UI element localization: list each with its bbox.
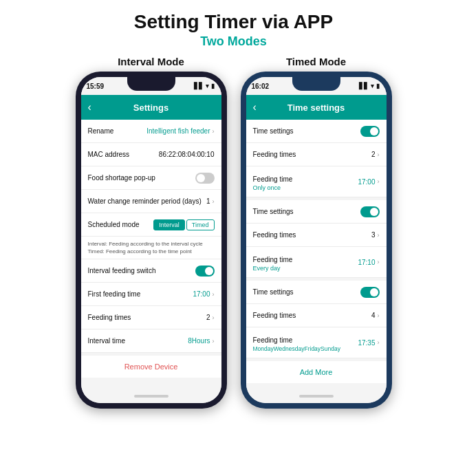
row-feeding-times-3[interactable]: Feeding times 4 › [246,304,387,327]
row-add-more[interactable]: Add More [246,361,387,383]
app-header-interval: ‹ Settings [81,95,221,120]
notch-timed [292,77,340,91]
status-time-timed: 16:02 [252,83,270,90]
battery-icon-timed: ▮ [376,83,380,89]
sub-label-2: Every day [253,265,293,272]
value-feeding-times-interval: 2 › [206,314,215,321]
status-icons-timed: ▋▋ ▾ ▮ [359,83,380,89]
sub-label-3: MondayWednesdayFridaySunday [253,345,340,352]
home-bar-line-interval [134,395,169,398]
timed-mode-label: Timed Mode [286,56,346,67]
time-section-1: Time settings Feeding times 2 › [246,120,387,200]
label-scheduled-mode: Scheduled mode [88,221,140,228]
interval-mode-label: Interval Mode [118,56,184,67]
label-time-settings-1: Time settings [253,127,294,135]
row-feeding-time-3[interactable]: Feeding time MondayWednesdayFridaySunday… [246,327,387,358]
toggle-interval-feeding[interactable] [195,266,215,277]
value-mac: 86:22:08:04:00:10 [159,151,215,158]
row-remove-device[interactable]: Remove Device [81,356,221,378]
row-feeding-times-2[interactable]: Feeding times 3 › [246,224,387,247]
subtitle: Two Modes [200,34,267,49]
app-header-timed: ‹ Time settings [246,95,387,120]
note-text: Interval: Feeding according to the inter… [88,240,215,255]
label-food-shortage: Food shortage pop-up [88,174,155,182]
toggle-time-settings-2[interactable] [360,206,380,217]
timed-phone: 16:02 ▋▋ ▾ ▮ ‹ Time settings [241,72,392,409]
mode-buttons: Interval Timed [153,219,214,230]
label-add-more: Add More [300,368,333,376]
screen-content-timed: Time settings Feeding times 2 › [246,120,387,389]
row-interval-feeding-switch[interactable]: Interval feeding switch [81,259,221,283]
time-section-3: Time settings Feeding times 4 › [246,281,387,361]
home-bar-timed [246,389,387,403]
label-interval-time: Interval time [88,337,125,345]
label-feeding-time-1: Feeding time [253,175,293,183]
toggle-time-settings-1[interactable] [360,126,380,137]
row-first-feeding-time[interactable]: First feeding time 17:00 › [81,283,221,306]
back-arrow-interval[interactable]: ‹ [88,101,91,113]
row-mac: MAC address 86:22:08:04:00:10 [81,143,221,166]
sub-label-1: Only once [253,184,293,191]
value-feeding-time-1: 17:00 › [358,178,379,186]
row-feeding-times-1[interactable]: Feeding times 2 › [246,143,387,166]
value-feeding-time-2: 17:10 › [358,259,379,266]
header-title-timed: Time settings [287,102,345,113]
row-interval-time[interactable]: Interval time 8Hours › [81,329,221,353]
value-feeding-times-1: 2 › [371,151,380,158]
label-interval-feeding-switch: Interval feeding switch [88,267,156,274]
value-feeding-time-3: 17:35 › [358,339,379,347]
row-feeding-time-2[interactable]: Feeding time Every day 17:10 › [246,247,387,278]
screen-content-interval: Rename Intelligent fish feeder › MAC add… [81,120,221,389]
label-feeding-time-3: Feeding time [253,336,293,344]
mode-btn-timed[interactable]: Timed [186,219,215,230]
wifi-icon: ▾ [206,83,209,89]
signal-icon-timed: ▋▋ [359,83,369,89]
row-feeding-times-interval[interactable]: Feeding times 2 › [81,306,221,329]
back-arrow-timed[interactable]: ‹ [253,101,257,113]
row-scheduled-mode[interactable]: Scheduled mode Interval Timed [81,213,221,237]
toggle-food-shortage[interactable] [195,173,215,184]
row-food-shortage[interactable]: Food shortage pop-up [81,166,221,190]
interval-phone: 15:59 ▋▋ ▾ ▮ ‹ Settings Rename [76,72,227,409]
signal-icon: ▋▋ [194,83,204,89]
value-interval-time: 8Hours › [188,337,214,345]
row-note: Interval: Feeding according to the inter… [81,237,221,259]
label-feeding-times-interval: Feeding times [88,314,131,321]
label-water-change: Water change reminder period (days) [88,197,202,205]
home-bar-line-timed [299,395,334,398]
label-feeding-time-2: Feeding time [253,256,293,263]
label-remove-device: Remove Device [124,363,178,371]
label-feeding-times-3: Feeding times [253,312,296,319]
row-time-settings-2[interactable]: Time settings [246,200,387,224]
header-title-interval: Settings [133,102,169,113]
row-time-settings-3[interactable]: Time settings [246,281,387,304]
label-feeding-times-2: Feeding times [253,231,296,239]
value-feeding-times-2: 3 › [371,231,380,239]
wifi-icon-timed: ▾ [371,83,374,89]
home-bar-interval [81,389,221,403]
status-icons-interval: ▋▋ ▾ ▮ [194,83,215,89]
label-first-feeding-time: First feeding time [88,290,141,298]
label-rename: Rename [88,127,114,135]
status-time-interval: 15:59 [87,83,105,90]
label-time-settings-2: Time settings [253,208,294,215]
toggle-time-settings-3[interactable] [360,287,380,298]
value-first-feeding-time: 17:00 › [193,290,214,298]
mode-btn-interval[interactable]: Interval [153,219,185,230]
label-time-settings-3: Time settings [253,288,294,296]
row-feeding-time-1[interactable]: Feeding time Only once 17:00 › [246,166,387,197]
notch-interval [127,77,175,91]
label-mac: MAC address [88,151,130,158]
value-water-change: 1 › [206,197,215,205]
time-section-2: Time settings Feeding times 3 › [246,200,387,281]
row-water-change[interactable]: Water change reminder period (days) 1 › [81,190,221,213]
value-feeding-times-3: 4 › [371,312,380,319]
row-time-settings-1[interactable]: Time settings [246,120,387,143]
label-feeding-times-1: Feeding times [253,151,296,158]
row-rename[interactable]: Rename Intelligent fish feeder › [81,120,221,143]
battery-icon: ▮ [211,83,215,89]
value-rename: Intelligent fish feeder › [146,127,214,135]
main-title: Setting Timer via APP [134,11,333,33]
